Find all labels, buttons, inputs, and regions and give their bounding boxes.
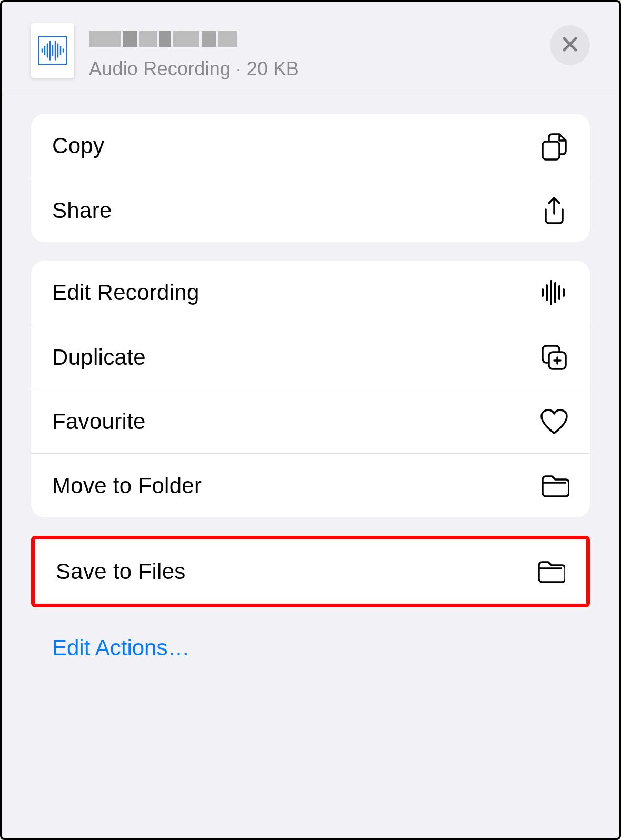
duplicate-icon bbox=[539, 343, 569, 372]
share-icon bbox=[539, 196, 569, 225]
favourite-label: Favourite bbox=[52, 409, 146, 434]
waveform-icon bbox=[539, 278, 569, 307]
duplicate-label: Duplicate bbox=[52, 345, 146, 370]
copy-row[interactable]: Copy bbox=[31, 114, 590, 178]
copy-label: Copy bbox=[52, 133, 104, 158]
folder-icon bbox=[539, 471, 569, 501]
share-row[interactable]: Share bbox=[31, 178, 590, 242]
action-group-3-highlighted: Save to Files bbox=[31, 536, 590, 607]
move-to-folder-row[interactable]: Move to Folder bbox=[31, 453, 590, 517]
sheet-content: Copy Share bbox=[2, 95, 619, 682]
copy-icon bbox=[539, 131, 569, 161]
sheet-header: Audio Recording · 20 KB bbox=[2, 2, 619, 95]
action-group-2: Edit Recording Duplicate bbox=[31, 261, 590, 517]
edit-recording-row[interactable]: Edit Recording bbox=[31, 261, 590, 325]
heart-icon bbox=[539, 407, 569, 436]
folder-icon bbox=[536, 557, 565, 586]
duplicate-row[interactable]: Duplicate bbox=[31, 325, 590, 389]
save-to-files-row[interactable]: Save to Files bbox=[35, 539, 586, 604]
save-to-files-label: Save to Files bbox=[56, 559, 186, 584]
close-button[interactable] bbox=[550, 25, 590, 65]
file-info: Audio Recording · 20 KB bbox=[89, 23, 550, 80]
move-to-folder-label: Move to Folder bbox=[52, 473, 202, 498]
edit-recording-label: Edit Recording bbox=[52, 280, 199, 305]
file-name-redacted bbox=[89, 29, 550, 48]
share-label: Share bbox=[52, 198, 112, 223]
close-icon bbox=[561, 35, 579, 55]
audio-waveform-icon bbox=[38, 36, 67, 65]
file-subtitle: Audio Recording · 20 KB bbox=[89, 58, 550, 80]
share-sheet: Audio Recording · 20 KB Copy bbox=[0, 0, 621, 840]
action-group-1: Copy Share bbox=[31, 114, 590, 242]
file-thumbnail bbox=[31, 23, 74, 78]
edit-actions-link[interactable]: Edit Actions… bbox=[31, 626, 590, 661]
favourite-row[interactable]: Favourite bbox=[31, 389, 590, 453]
